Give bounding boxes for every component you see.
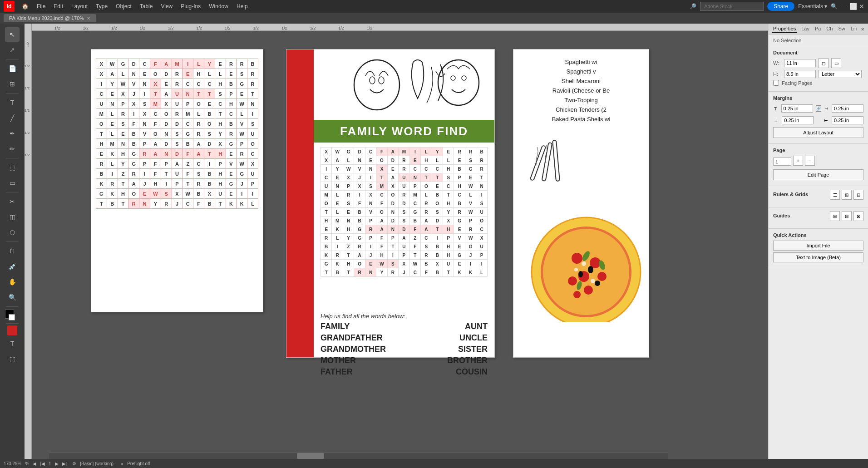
grid-cell: P [215,159,226,169]
grid-cell: S [215,89,226,99]
menu-edit[interactable]: Edit [50,2,67,10]
page-size-select[interactable]: Letter A4 Legal [819,70,862,78]
menu-help[interactable]: Help [233,2,252,10]
line-tool[interactable]: ╱ [5,111,20,125]
last-page-icon[interactable]: ▶| [62,461,67,466]
grid-cell: L [107,129,118,139]
menu-window[interactable]: Window [205,2,232,10]
grid-cell: L [215,69,226,79]
grid-cell: O [150,69,161,79]
tab-pa[interactable]: Pa [814,25,822,33]
portrait-icon[interactable]: ◻ [819,58,829,68]
scissors-tool[interactable]: ✂ [5,194,20,209]
share-button[interactable]: Share [767,2,794,11]
panel-close-icon[interactable]: ✕ [861,27,864,32]
ruler-icon-3[interactable]: ⊟ [853,190,863,200]
tab-lin[interactable]: Lin [850,25,858,33]
menu-view[interactable]: View [157,2,176,10]
scroll-thumb[interactable] [297,453,324,459]
stroke-color-swatch[interactable] [9,314,15,320]
grid-cell: B [182,139,193,149]
tab-lay[interactable]: Lay [800,25,810,33]
margin-right-input[interactable] [832,104,863,113]
ruler-horizontal: 1/2 1/2 1/2 1/2 1/2 1/2 1/2 1/2 1/2 1/2 … [25,24,768,31]
menu-object[interactable]: Object [112,2,135,10]
grid-cell: Z [182,159,193,169]
margin-left-input[interactable] [832,116,863,124]
direct-selection-tool[interactable]: ↗ [5,43,20,57]
page-remove-icon[interactable]: − [805,156,815,166]
red-fill-indicator[interactable] [7,325,17,335]
grid-cell: I [204,159,215,169]
grid-cell: K [107,189,118,199]
type-mode-btn[interactable]: T [5,336,20,351]
type-tool[interactable]: T [5,95,20,110]
grid-cell: T [182,179,193,189]
guide-icon-1[interactable]: ⊞ [830,211,840,221]
rectangle-tool[interactable]: ▭ [5,176,20,190]
height-input[interactable] [784,70,816,78]
horizontal-scrollbar[interactable] [49,453,668,459]
grid-cell: R [128,169,139,179]
page-actions-icon[interactable]: ⚙ [72,461,76,466]
guide-icon-2[interactable]: ⊟ [842,211,852,221]
ruler-icon-1[interactable]: ☰ [830,190,840,200]
top-decoration [314,49,494,120]
grid-cell: S [161,189,172,199]
margin-top-input[interactable] [781,104,813,113]
text-to-image-button[interactable]: Text to Image (Beta) [773,252,863,262]
prev-page-icon[interactable]: ◀ [33,461,36,466]
import-file-button[interactable]: Import File [773,241,863,251]
grid-cell: W [332,148,343,156]
hand-tool[interactable]: ✋ [5,275,20,289]
rectangle-frame-tool[interactable]: ⬚ [5,160,20,175]
tab-sw[interactable]: Sw [837,25,846,33]
zoom-tool[interactable]: 🔍 [5,290,20,305]
grid-cell: H [215,119,226,129]
margin-bottom-input[interactable] [782,116,814,124]
next-page-icon[interactable]: ▶ [55,461,59,466]
grid-cell: Y [204,59,215,69]
adobe-stock-search[interactable] [700,2,764,11]
close-tab-icon[interactable]: ✕ [87,16,90,21]
gradient-tool[interactable]: ◫ [5,210,20,224]
gap-tool[interactable]: ⊞ [5,77,20,91]
ruler-icon-2[interactable]: ⊞ [842,190,852,200]
selection-tool[interactable]: ↖ [5,27,20,42]
adjust-layout-button[interactable]: Adjust Layout [773,127,863,138]
grid-cell: T [321,268,332,277]
grid-cell: S [237,69,247,79]
page-tool[interactable]: 📄 [5,61,20,76]
document-tab[interactable]: PA Kids Menu 2023.indd @ 170% ✕ [4,14,96,22]
menu-table[interactable]: Table [136,2,157,10]
menu-home[interactable]: 🏠 [18,2,32,10]
tab-properties[interactable]: Properties [772,25,797,33]
margin-bottom-icon: ⊥ [773,115,779,125]
tab-ch[interactable]: Ch [825,25,833,33]
first-page-icon[interactable]: |◀ [40,461,45,466]
gradient-feather-tool[interactable]: ⬡ [5,225,20,240]
grid-cell: J [172,199,182,209]
chain-link-icon[interactable]: 🔗 [816,105,821,112]
page-add-icon[interactable]: + [793,156,803,166]
grid-cell: G [237,169,247,179]
landscape-icon[interactable]: ▭ [831,58,841,68]
menu-type[interactable]: Type [92,2,111,10]
edit-page-button[interactable]: Edit Page [773,169,863,180]
note-tool[interactable]: 🗒 [5,244,20,258]
grid-cell: A [332,156,343,165]
pencil-tool[interactable]: ✏ [5,142,20,156]
menu-file[interactable]: File [33,2,49,10]
grid-cell: H [454,182,465,191]
facing-pages-checkbox[interactable] [773,80,779,86]
frame-mode-btn[interactable]: ⬚ [5,352,20,366]
svg-point-17 [584,286,593,295]
essentials-button[interactable]: Essentials ▾ [798,3,827,10]
page-number-input[interactable] [773,158,791,166]
menu-plugins[interactable]: Plug-Ins [177,2,204,10]
eyedropper-tool[interactable]: 💉 [5,259,20,274]
menu-layout[interactable]: Layout [68,2,91,10]
width-input[interactable] [784,59,816,67]
pen-tool[interactable]: ✒ [5,126,20,141]
guide-icon-3[interactable]: ⊠ [853,211,863,221]
